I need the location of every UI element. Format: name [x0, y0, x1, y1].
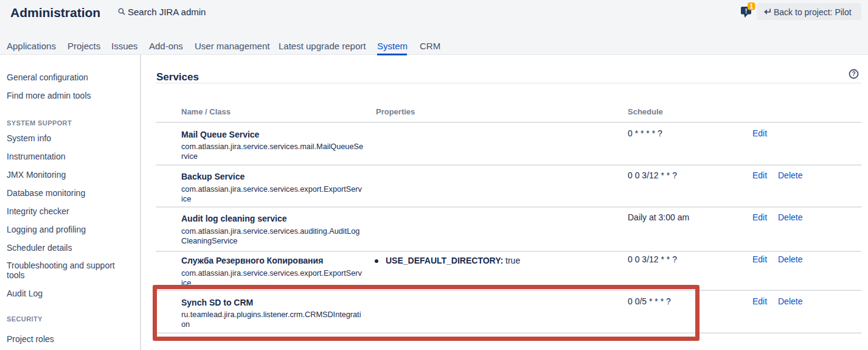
svg-text:1: 1: [750, 3, 754, 10]
svg-text:!: !: [745, 7, 748, 15]
svg-text:?: ?: [852, 71, 855, 77]
